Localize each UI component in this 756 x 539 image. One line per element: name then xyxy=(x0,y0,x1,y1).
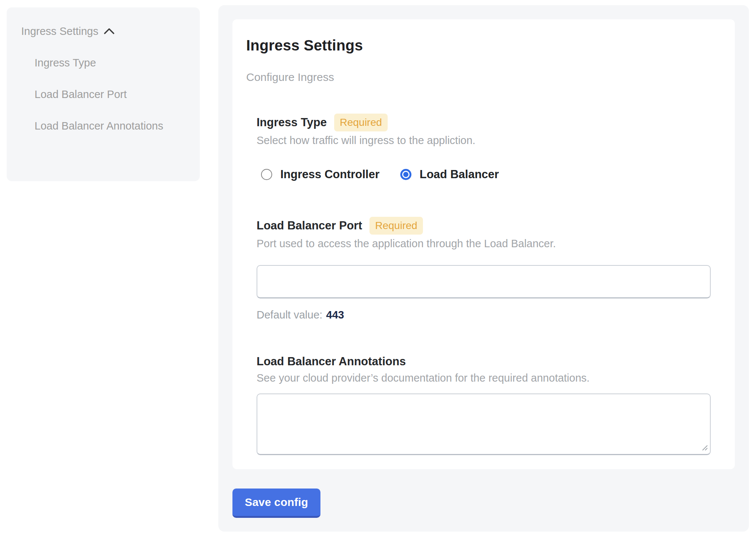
default-value: 443 xyxy=(326,308,344,321)
page-subtitle: Configure Ingress xyxy=(246,71,721,84)
chevron-up-icon xyxy=(104,25,115,37)
save-config-button[interactable]: Save config xyxy=(232,489,320,518)
load-balancer-annotations-label: Load Balancer Annotations xyxy=(257,354,406,369)
radio-label-ingress-controller: Ingress Controller xyxy=(280,167,379,182)
ingress-settings-card: Ingress Settings Configure Ingress Ingre… xyxy=(232,19,735,469)
sidebar-item-load-balancer-port[interactable]: Load Balancer Port xyxy=(35,84,168,105)
required-badge: Required xyxy=(334,114,388,131)
radio-load-balancer[interactable] xyxy=(400,169,411,180)
ingress-type-label: Ingress Type xyxy=(257,115,327,130)
sidebar-item-load-balancer-annotations[interactable]: Load Balancer Annotations xyxy=(35,115,168,137)
radio-option-ingress-controller[interactable]: Ingress Controller xyxy=(261,167,379,182)
radio-option-load-balancer[interactable]: Load Balancer xyxy=(400,167,499,182)
default-value-row: Default value: 443 xyxy=(257,308,711,321)
section-ingress-type: Ingress Type Required Select how traffic… xyxy=(257,114,711,182)
sidebar-group-label: Ingress Settings xyxy=(21,25,98,37)
load-balancer-annotations-description: See your cloud provider’s documentation … xyxy=(257,371,711,385)
required-badge: Required xyxy=(369,217,423,235)
radio-ingress-controller[interactable] xyxy=(261,169,272,180)
load-balancer-annotations-textarea[interactable] xyxy=(257,393,711,455)
load-balancer-port-input[interactable] xyxy=(257,265,711,298)
sidebar-group-ingress-settings[interactable]: Ingress Settings xyxy=(21,20,189,42)
ingress-type-radio-group: Ingress Controller Load Balancer xyxy=(257,167,711,182)
sidebar-item-ingress-type[interactable]: Ingress Type xyxy=(35,52,168,74)
load-balancer-port-description: Port used to access the application thro… xyxy=(257,237,711,250)
load-balancer-port-label: Load Balancer Port xyxy=(257,218,362,233)
default-value-label: Default value: xyxy=(257,308,322,321)
section-load-balancer-port: Load Balancer Port Required Port used to… xyxy=(257,217,711,321)
section-load-balancer-annotations: Load Balancer Annotations See your cloud… xyxy=(257,354,711,455)
page-title: Ingress Settings xyxy=(246,36,721,54)
settings-nav-sidebar: Ingress Settings Ingress Type Load Balan… xyxy=(7,7,200,181)
ingress-type-description: Select how traffic will ingress to the a… xyxy=(257,134,711,147)
sidebar-item-list: Ingress Type Load Balancer Port Load Bal… xyxy=(21,52,189,137)
radio-label-load-balancer: Load Balancer xyxy=(420,167,499,182)
ingress-settings-panel: Ingress Settings Configure Ingress Ingre… xyxy=(218,5,749,532)
load-balancer-annotations-field xyxy=(257,393,711,455)
